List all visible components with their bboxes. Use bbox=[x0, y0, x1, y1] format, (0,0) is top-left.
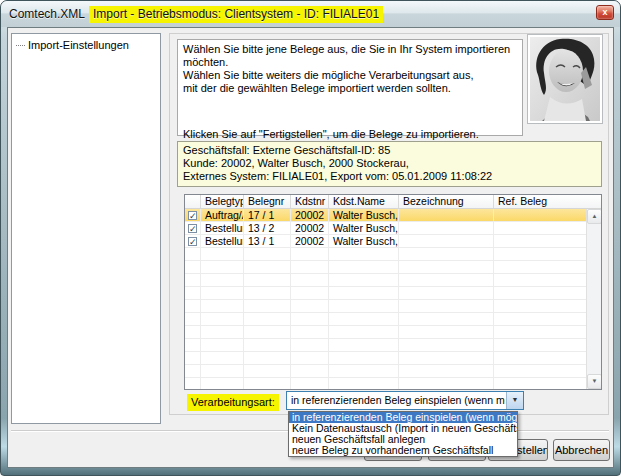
table-body: ✓Auftrag/AB17 / 120002Walter Busch, 20✓B… bbox=[185, 209, 586, 389]
portrait-photo bbox=[527, 34, 603, 124]
table-empty-row bbox=[185, 352, 586, 365]
table-cell: 13 / 1 bbox=[244, 235, 291, 248]
table-empty-row bbox=[185, 248, 586, 261]
table-row[interactable]: ✓Bestellung13 / 120002Walter Busch, 20 bbox=[185, 235, 586, 248]
table-cell: Bestellung bbox=[201, 222, 244, 235]
processing-type-label: Verarbeitungsart: bbox=[187, 394, 279, 411]
dropdown-option[interactable]: neuer Beleg zu vorhandenem Geschäftsfall bbox=[289, 445, 517, 456]
window-title-highlighted: Import - Betriebsmodus: Clientsystem - I… bbox=[89, 6, 383, 23]
instruction-line: Wählen Sie bitte jene Belege aus, die Si… bbox=[183, 43, 517, 69]
processing-type-combobox[interactable]: in referenzierenden Beleg einspielen (we… bbox=[286, 391, 524, 410]
tree-item-label: Import-Einstellungen bbox=[28, 39, 129, 51]
portrait-photo-image bbox=[530, 37, 600, 121]
chevron-down-icon[interactable]: ▼ bbox=[506, 392, 523, 409]
table-cell bbox=[494, 209, 586, 222]
table-cell: 13 / 2 bbox=[244, 222, 291, 235]
table-cell: Bestellung bbox=[201, 235, 244, 248]
scroll-up-icon[interactable]: ▲ bbox=[587, 209, 602, 224]
table-empty-row bbox=[185, 261, 586, 274]
table-empty-row bbox=[185, 274, 586, 287]
window-title-prefix: Comtech.XML bbox=[9, 7, 85, 21]
table-empty-row bbox=[185, 287, 586, 300]
column-header[interactable]: Belegtyp bbox=[201, 195, 244, 208]
column-header-checkbox bbox=[185, 195, 201, 208]
dropdown-option[interactable]: in referenzierenden Beleg einspielen (we… bbox=[289, 412, 517, 423]
case-info-box: Geschäftsfall: Externe Geschäftsfall-ID:… bbox=[177, 141, 602, 187]
table-empty-row bbox=[185, 365, 586, 378]
dropdown-option[interactable]: Kein Datenaustausch (Import in neuen Ges… bbox=[289, 423, 517, 434]
row-checkbox[interactable]: ✓ bbox=[188, 224, 197, 233]
table-cell: 17 / 1 bbox=[244, 209, 291, 222]
instruction-line: Wählen Sie bitte weiters die mögliche Ve… bbox=[183, 69, 517, 82]
case-info-line: Kunde: 20002, Walter Busch, 2000 Stocker… bbox=[183, 157, 596, 170]
table-empty-row bbox=[185, 300, 586, 313]
table-empty-row bbox=[185, 339, 586, 352]
table-cell: Auftrag/AB bbox=[201, 209, 244, 222]
table-empty-row bbox=[185, 326, 586, 339]
tree-branch-icon bbox=[16, 45, 25, 46]
table-cell bbox=[494, 235, 586, 248]
screenshot-stage: Comtech.XML Import - Betriebsmodus: Clie… bbox=[0, 0, 621, 476]
table-cell bbox=[494, 222, 586, 235]
column-header[interactable]: Kdst.Name bbox=[329, 195, 399, 208]
instructions-box: Wählen Sie bitte jene Belege aus, die Si… bbox=[177, 39, 523, 136]
dialog-window: Comtech.XML Import - Betriebsmodus: Clie… bbox=[0, 0, 621, 476]
table-header-row: BelegtypBelegnrKdstnrKdst.NameBezeichnun… bbox=[185, 195, 601, 209]
table-row[interactable]: ✓Auftrag/AB17 / 120002Walter Busch, 20 bbox=[185, 209, 586, 222]
table-cell bbox=[399, 209, 494, 222]
row-checkbox[interactable]: ✓ bbox=[188, 237, 197, 246]
finish-hint: Klicken Sie auf "Fertigstellen", um die … bbox=[183, 128, 517, 141]
combobox-selected-value: in referenzierenden Beleg einspielen (we… bbox=[291, 392, 505, 409]
table-cell: 20002 bbox=[291, 235, 329, 248]
settings-tree-panel: Import-Einstellungen bbox=[11, 33, 161, 424]
column-header[interactable]: Kdstnr bbox=[291, 195, 329, 208]
row-checkbox[interactable]: ✓ bbox=[188, 211, 197, 220]
tree-item-import-einstellungen[interactable]: Import-Einstellungen bbox=[16, 39, 156, 51]
column-header[interactable]: Belegnr bbox=[244, 195, 291, 208]
documents-table: BelegtypBelegnrKdstnrKdst.NameBezeichnun… bbox=[184, 194, 602, 390]
table-cell bbox=[399, 222, 494, 235]
column-header[interactable]: Ref. Beleg bbox=[494, 195, 601, 208]
table-row[interactable]: ✓Bestellung13 / 220002Walter Busch, 20 bbox=[185, 222, 586, 235]
cancel-button[interactable]: Abbrechen bbox=[553, 439, 610, 461]
column-header[interactable]: Bezeichnung bbox=[399, 195, 494, 208]
scroll-down-icon[interactable]: ▼ bbox=[587, 374, 602, 389]
table-cell: 20002 bbox=[291, 222, 329, 235]
processing-type-dropdown-list: in referenzierenden Beleg einspielen (we… bbox=[288, 411, 518, 457]
table-empty-row bbox=[185, 313, 586, 326]
close-icon[interactable]: x bbox=[596, 5, 614, 20]
table-cell: Walter Busch, 20 bbox=[329, 222, 399, 235]
table-cell: Walter Busch, 20 bbox=[329, 209, 399, 222]
dropdown-option[interactable]: neuen Geschäftsfall anlegen bbox=[289, 434, 517, 445]
case-info-line: Externes System: FILIALE01, Export vom: … bbox=[183, 170, 596, 183]
table-scrollbar[interactable]: ▲ ▼ bbox=[586, 209, 601, 389]
titlebar[interactable]: Comtech.XML Import - Betriebsmodus: Clie… bbox=[1, 1, 620, 27]
instruction-line: mit der die gewählten Belege importiert … bbox=[183, 82, 517, 95]
table-cell bbox=[399, 235, 494, 248]
table-empty-row bbox=[185, 378, 586, 389]
table-cell: 20002 bbox=[291, 209, 329, 222]
case-info-line: Geschäftsfall: Externe Geschäftsfall-ID:… bbox=[183, 144, 596, 157]
table-cell: Walter Busch, 20 bbox=[329, 235, 399, 248]
